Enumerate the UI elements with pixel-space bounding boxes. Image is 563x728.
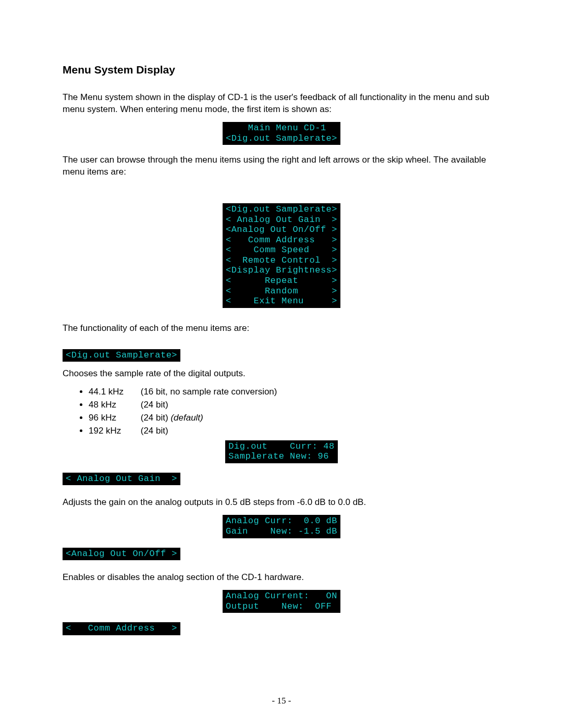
lcd-dig-out-values: Dig.out Curr: 48 Samplerate New: 96 xyxy=(63,440,500,463)
sr-desc: (16 bit, no sample rate conversion) xyxy=(141,386,277,398)
sr-desc: (24 bit) xyxy=(141,412,168,424)
document-page: Menu System Display The Menu system show… xyxy=(0,0,563,728)
sr-rate: 96 kHz xyxy=(89,412,138,424)
lcd-menu-list: <Dig.out Samplerate> < Analog Out Gain >… xyxy=(63,203,500,307)
intro-paragraph-1: The Menu system shown in the display of … xyxy=(63,92,500,116)
lcd-text: Dig.out Curr: 48 Samplerate New: 96 xyxy=(225,440,337,463)
sr-rate: 192 kHz xyxy=(89,425,138,437)
list-item: 192 kHz (24 bit) xyxy=(89,425,500,437)
lcd-text: <Dig.out Samplerate> xyxy=(63,349,180,362)
dig-out-desc: Chooses the sample rate of the digital o… xyxy=(63,368,500,380)
samplerate-list: 44.1 kHz (16 bit, no sample rate convers… xyxy=(89,386,500,437)
lcd-analog-onoff-values: Analog Current: ON Output New: OFF xyxy=(63,590,500,613)
section-heading: Menu System Display xyxy=(63,63,500,77)
lcd-text: <Dig.out Samplerate> < Analog Out Gain >… xyxy=(223,203,340,307)
sr-desc: (24 bit) xyxy=(141,425,168,437)
list-item: 44.1 kHz (16 bit, no sample rate convers… xyxy=(89,386,500,398)
list-item: 48 kHz (24 bit) xyxy=(89,399,500,411)
lcd-analog-gain-values: Analog Curr: 0.0 dB Gain New: -1.5 dB xyxy=(63,515,500,538)
lcd-text: Main Menu CD-1 <Dig.out Samplerate> xyxy=(223,122,340,145)
lcd-text: Analog Curr: 0.0 dB Gain New: -1.5 dB xyxy=(223,515,340,538)
sr-default: (default) xyxy=(170,413,203,423)
lcd-text: <Analog Out On/Off > xyxy=(63,548,180,561)
analog-gain-desc: Adjusts the gain on the analog outputs i… xyxy=(63,497,500,509)
lcd-text: Analog Current: ON Output New: OFF xyxy=(223,590,340,613)
sr-rate: 48 kHz xyxy=(89,399,138,411)
list-item: 96 kHz (24 bit) (default) xyxy=(89,412,500,424)
page-number: - 15 - xyxy=(0,695,563,707)
lcd-text: < Analog Out Gain > xyxy=(63,473,180,486)
lcd-header-comm-address: < Comm Address > xyxy=(63,622,500,635)
lcd-main-menu: Main Menu CD-1 <Dig.out Samplerate> xyxy=(63,122,500,145)
lcd-header-analog-onoff: <Analog Out On/Off > xyxy=(63,548,500,561)
sr-desc: (24 bit) xyxy=(141,399,168,411)
analog-onoff-desc: Enables or disables the analog section o… xyxy=(63,572,500,584)
functionality-intro: The functionality of each of the menu it… xyxy=(63,323,500,335)
intro-paragraph-2: The user can browse through the menu ite… xyxy=(63,154,500,178)
lcd-header-dig-out: <Dig.out Samplerate> xyxy=(63,349,500,362)
lcd-header-analog-gain: < Analog Out Gain > xyxy=(63,473,500,486)
lcd-text: < Comm Address > xyxy=(63,622,180,635)
sr-rate: 44.1 kHz xyxy=(89,386,138,398)
